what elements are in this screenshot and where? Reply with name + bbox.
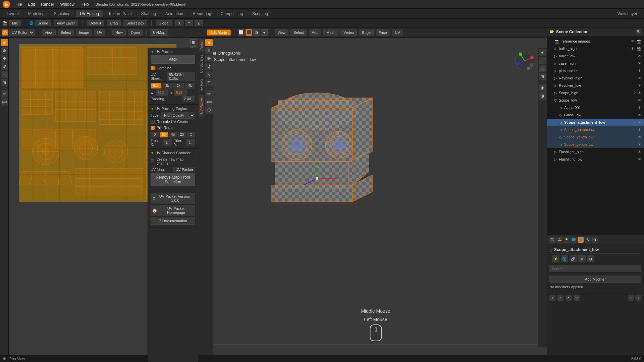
angle-90-btn[interactable]: 90 [160,132,168,137]
eye-icon[interactable]: 👁 [638,150,641,154]
eye-icon[interactable]: 👁 [638,61,641,65]
prop-view-icon[interactable]: 👁 [564,237,570,243]
vp-select-tool[interactable]: ◈ [205,39,213,46]
eye-icon[interactable]: 👁 [638,54,641,58]
remove-map-btn[interactable]: Remove Map From Selection [151,173,195,186]
vp-select-btn[interactable]: Select [290,29,307,36]
eye-icon[interactable]: 👁 [638,128,641,132]
edit-mode-btn[interactable]: Edit Mode [207,29,231,36]
select-box-btn[interactable]: Select Box [123,20,147,26]
menu-render[interactable]: Render [38,1,57,7]
rotate-tool[interactable]: ↺ [1,63,8,70]
tab-compositing[interactable]: Compositing [217,10,247,17]
annotate-tool[interactable]: ✏ [1,90,8,98]
vp-view-btn[interactable]: View [275,29,289,36]
mod-physics-icon[interactable]: 🌀 [561,255,568,262]
eye-icon[interactable]: 👁 [638,83,641,87]
eye-icon[interactable]: 👁 [638,69,641,73]
modifier-search[interactable] [549,265,641,272]
tab-texture-paint[interactable]: Texture Paint [104,10,136,17]
vp-uv-btn[interactable]: UV [392,29,403,36]
prop-btn-3[interactable]: ✗ [566,295,572,301]
list-item[interactable]: ◇ Scope_bottom.low 👁 [547,126,644,133]
vp-cam-btn[interactable]: 🎥 [539,65,546,72]
vp-transform-tool[interactable]: ⊞ [205,79,213,86]
vp-rotate-tool[interactable]: ↺ [205,63,213,70]
vp-zoom-in-btn[interactable]: + [539,49,546,56]
list-item[interactable]: ▷ Revolver_low 👁 [547,82,644,89]
vp-add-btn[interactable]: Add [309,29,322,36]
vp-cursor-tool[interactable]: ⊕ [205,47,213,54]
solid-btn[interactable]: ⬛ [246,29,252,36]
sidebar-tab-uv-squares[interactable]: UV Squares [199,52,204,76]
vp-shading-btn[interactable]: ◑ [539,92,546,100]
eye-icon[interactable]: 👁 [638,120,641,124]
vp-face-btn[interactable]: Face [376,29,390,36]
eye-icon[interactable]: 👁 [638,113,641,117]
prop-btn-4[interactable]: ▽ [574,295,580,301]
uv-view-btn[interactable]: View [42,29,56,36]
size-4k-btn[interactable]: 4k [185,83,195,88]
vp-zoom-out-btn[interactable]: - [539,57,546,64]
prop-mod-icon[interactable]: 🔧 [585,237,591,243]
vp-vertex-btn[interactable]: Vertex [340,29,357,36]
size-1k-btn[interactable]: 1k [162,83,172,88]
y-axis-btn[interactable]: Y [185,20,193,26]
menu-window[interactable]: Window [57,1,77,7]
uv-uv-btn[interactable]: UV [94,29,105,36]
tab-layout[interactable]: Layout [3,10,23,17]
combine-checkbox[interactable]: ✓ [151,66,155,70]
list-item[interactable]: ▷ Flashlight_high 1 👁 [547,148,644,156]
menu-file[interactable]: File [13,1,24,7]
edit-icon[interactable]: ✏ [633,121,636,124]
vp-grid-btn[interactable]: ⊞ [539,73,546,80]
type-select[interactable]: High Quality [161,112,195,119]
mod-particles-icon[interactable]: ⚡ [552,255,559,262]
list-item[interactable]: ◇ Glass_low 👁 [547,111,644,119]
eye-icon[interactable]: 👁 [631,47,635,51]
z-axis-btn[interactable]: Z [195,20,203,26]
list-item-selected[interactable]: ◇ Scope_attachment_low ✏ 👁 [547,119,644,126]
x-axis-btn[interactable]: X [175,20,183,26]
menu-edit[interactable]: Edit [25,1,38,7]
vp-mesh-btn[interactable]: Mesh [323,29,338,36]
prop-btn-1[interactable]: + [549,295,555,301]
tab-shading[interactable]: Shading [137,10,160,17]
view-layer-select[interactable]: View Layer [54,20,78,26]
list-item[interactable]: ▷ Flashlight_low 👁 [547,156,644,163]
transform-select[interactable]: Default [87,20,104,26]
scale-tool[interactable]: ⤡ [1,71,8,78]
prop-render-icon[interactable]: 🎬 [549,237,555,243]
scene-area[interactable]: User Orthographic (2) Scope_attachment_l… [205,38,547,355]
rendered-btn[interactable]: ● [261,29,268,36]
height-input[interactable] [174,89,187,96]
tab-sculpting[interactable]: Sculpting [50,10,74,17]
uv-open-btn[interactable]: Open [128,29,143,36]
camera-icon[interactable]: 📸 [637,39,641,44]
cursor-tool[interactable]: ⊕ [1,47,8,54]
transform-tool[interactable]: ⊞ [1,79,8,86]
prop-mat-icon[interactable]: ◑ [592,237,598,243]
prop-scene-icon[interactable]: 🌐 [571,237,577,243]
list-item[interactable]: ◇ Scope_yellow.low 👁 [547,133,644,141]
tiles-x-input[interactable] [163,139,172,145]
vp-annotate-tool[interactable]: ✏ [205,90,213,98]
prop-object-icon[interactable]: 🔷 [578,237,584,243]
list-item[interactable]: ▽ Scope_low 👁 [547,97,644,104]
uv-image-btn[interactable]: Image [76,29,92,36]
eye-icon[interactable]: 👁 [638,106,641,110]
wireframe-btn[interactable]: ⬜ [238,29,245,36]
vp-extra-tool[interactable]: ⬡ [205,106,213,114]
zoom-fit-btn[interactable]: ⊞ [190,39,196,45]
homepage-link[interactable]: 🏠 UV-Packer Homepage [151,205,195,216]
engine-select[interactable]: Mix [9,20,21,26]
uv-select-btn[interactable]: Select [58,29,74,36]
prop-down-btn[interactable]: ↓ [635,295,641,301]
uv-new-btn[interactable]: New [112,29,126,36]
tab-modeling[interactable]: Modeling [24,10,49,17]
angle-0-btn[interactable]: 0 [151,132,159,137]
eye-icon[interactable]: 👁 [638,142,641,146]
create-map-checkbox[interactable] [151,159,154,163]
vp-measure-tool[interactable]: ⟺ [205,98,213,106]
tab-animation[interactable]: Animation [161,10,187,17]
